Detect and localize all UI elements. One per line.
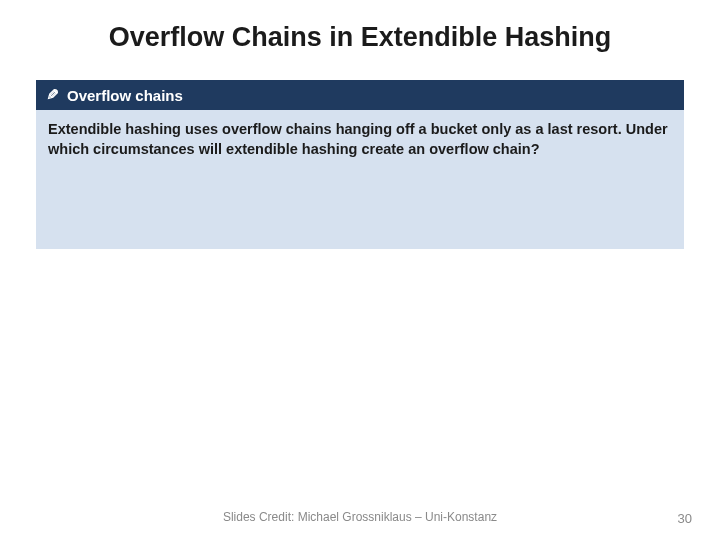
pencil-icon: ✎ xyxy=(46,86,59,104)
callout-body: Extendible hashing uses overflow chains … xyxy=(36,110,684,249)
slide: Overflow Chains in Extendible Hashing ✎ … xyxy=(0,0,720,540)
callout-box: ✎ Overflow chains Extendible hashing use… xyxy=(36,80,684,249)
callout-header: ✎ Overflow chains xyxy=(36,80,684,110)
footer-credit: Slides Credit: Michael Grossniklaus – Un… xyxy=(0,510,720,524)
callout-heading-text: Overflow chains xyxy=(67,87,183,104)
page-number: 30 xyxy=(678,511,692,526)
slide-title: Overflow Chains in Extendible Hashing xyxy=(0,22,720,53)
